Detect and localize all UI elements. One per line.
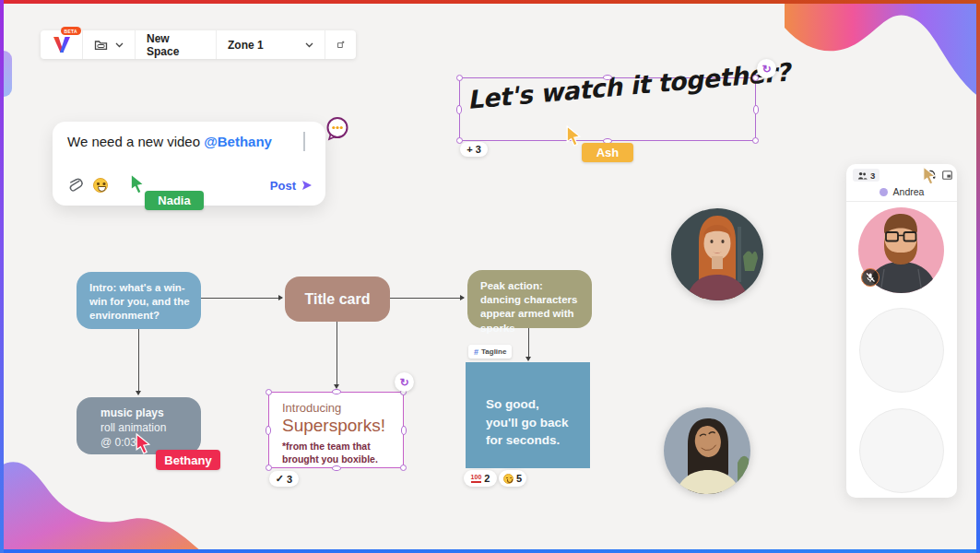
frame-border <box>0 0 980 4</box>
supersporks-card[interactable]: Introducing Supersporks! *from the team … <box>268 392 404 468</box>
smiling-face-with-hearts-icon <box>503 474 514 484</box>
corner-gradient-left-sliver <box>4 51 12 97</box>
connector-arrow <box>460 295 465 300</box>
connector-line <box>337 322 337 386</box>
connector-arrow <box>278 295 283 300</box>
selection-handle[interactable] <box>266 426 271 435</box>
divider <box>846 201 957 202</box>
active-speaker-name: Andrea <box>893 186 925 197</box>
sticky-note-intro[interactable]: Intro: what's a win-win for you, and the… <box>77 272 201 329</box>
selection-handle[interactable] <box>332 389 341 394</box>
comment-thread-icon[interactable] <box>325 116 349 141</box>
rotate-handle-icon[interactable]: ↻ <box>757 59 776 78</box>
space-name[interactable]: New Space <box>136 30 217 59</box>
selection-handle[interactable] <box>401 426 407 435</box>
corner-gradient-top-right <box>785 0 980 100</box>
cursor-guest <box>922 166 937 185</box>
cursor-label-bethany: Bethany <box>156 450 220 470</box>
selection-handle[interactable] <box>753 105 759 114</box>
selection-handle[interactable] <box>752 137 759 144</box>
emoji-picker-icon[interactable] <box>93 178 108 193</box>
new-frame-button[interactable] <box>325 30 356 59</box>
whiteboard-canvas[interactable]: BETA New Space Zone 1 <box>0 0 980 553</box>
connector-line <box>390 298 464 299</box>
selection-handle[interactable] <box>266 465 272 471</box>
chevron-down-icon <box>305 42 313 48</box>
send-icon <box>301 180 313 191</box>
connector-arrow <box>136 391 141 395</box>
active-speaker-row: Andrea <box>846 186 957 197</box>
people-icon <box>857 171 868 180</box>
selection-handle[interactable] <box>400 465 407 471</box>
post-button[interactable]: Post <box>270 179 313 193</box>
app-logo[interactable]: BETA <box>41 30 83 59</box>
selection-handle[interactable] <box>332 465 341 471</box>
reaction-badge-100[interactable]: 100 2 <box>464 470 497 487</box>
frame-border <box>0 0 4 553</box>
attachment-icon[interactable] <box>65 175 84 195</box>
selection-handle[interactable] <box>603 75 612 80</box>
chevron-down-icon <box>115 42 124 48</box>
folder-icon <box>94 39 108 51</box>
selection-handle[interactable] <box>266 389 272 395</box>
empty-video-slot <box>859 308 944 393</box>
video-circle-participant[interactable] <box>664 407 750 494</box>
comment-text: We need a new video @Bethany <box>67 134 272 149</box>
participant-count-badge: 3 <box>853 169 880 182</box>
handwritten-text[interactable]: Let's watch it together? <box>466 57 791 113</box>
selection-handle[interactable] <box>456 105 462 114</box>
red-haired-woman-video <box>671 208 763 300</box>
video-circle-participant[interactable] <box>671 208 763 300</box>
selection-handle[interactable] <box>752 75 759 81</box>
connector-line <box>528 328 529 359</box>
text-caret <box>303 132 305 151</box>
cursor-label-nadia: Nadia <box>145 191 204 210</box>
picture-in-picture-icon[interactable] <box>942 171 952 180</box>
empty-video-slot <box>859 408 944 493</box>
video-call-sidebar[interactable]: 3 Andrea <box>846 164 957 498</box>
rotate-handle-icon[interactable]: ↻ <box>395 372 414 392</box>
new-frame-icon <box>337 38 345 52</box>
cursor-ash <box>565 125 582 147</box>
hundred-points-icon: 100 <box>471 474 482 483</box>
mention-bethany[interactable]: @Bethany <box>204 134 272 149</box>
beta-badge: BETA <box>61 27 81 35</box>
cursor-nadia <box>129 173 146 194</box>
connector-line <box>138 329 139 394</box>
speaker-status-dot <box>880 188 888 196</box>
selection-handle[interactable] <box>456 75 463 81</box>
space-menu-button[interactable] <box>83 30 136 59</box>
sticky-note-peak-action[interactable]: Peak action: dancing characters appear a… <box>467 270 592 328</box>
connector-line <box>201 298 282 299</box>
tagline-tag[interactable]: # Tagline <box>468 345 512 359</box>
cursor-bethany <box>135 433 151 454</box>
sticky-note-title-card[interactable]: Title card <box>285 276 390 322</box>
smiling-woman-video <box>664 407 750 494</box>
vibe-logo-icon <box>53 37 71 53</box>
cursor-label-ash: Ash <box>582 143 633 162</box>
reaction-badge-love[interactable]: 5 <box>499 470 526 487</box>
checkmark-reaction-badge[interactable]: ✓3 <box>269 471 299 487</box>
reaction-count-badge[interactable]: + 3 <box>460 142 488 157</box>
zone-selector[interactable]: Zone 1 <box>217 30 325 59</box>
top-toolbar: BETA New Space Zone 1 <box>41 30 356 59</box>
mic-muted-icon[interactable] <box>861 268 880 287</box>
tagline-card[interactable]: So good, you'll go back for seconds. <box>466 362 590 468</box>
connector-arrow <box>525 357 531 361</box>
frame-border <box>976 0 980 553</box>
hash-icon: # <box>474 347 478 357</box>
frame-border <box>0 549 980 553</box>
handwriting-selection-frame[interactable]: Let's watch it together? <box>459 77 756 141</box>
